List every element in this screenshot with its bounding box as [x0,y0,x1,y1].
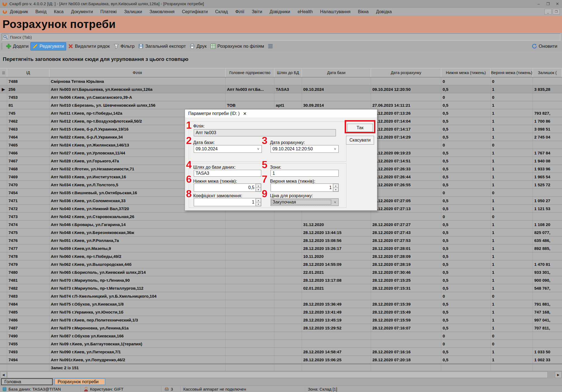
search-input[interactable] [9,35,560,40]
table-row[interactable]: 7486Апт №078 г.Киев, пер.Политехнический… [0,316,562,324]
table-row[interactable]: 7453Апт №006 г.Киев, ул.Саксаганского,39… [0,93,562,101]
table-row[interactable]: 7473Апт №042 г.Киев, ул.Старовокзальная,… [0,213,562,221]
menu-item-12[interactable]: eHealth [297,9,313,14]
table-row[interactable]: 7477Апт №059 г.Киев,ул.Мазепы,928.12.202… [0,244,562,252]
filter-button[interactable]: Фільтр [112,43,136,50]
table-row[interactable]: 7484Апт №075 г.Обухов, ул.Киевская,1/828… [0,300,562,308]
cell-rest: 933 301, [533,268,562,276]
price-type-combo[interactable]: Закупочная˅ [271,198,339,206]
cell-id: 7488 [7,77,49,85]
column-header-7[interactable]: Верхня межа (тижень) [491,68,533,77]
mdi-restore-icon[interactable]: ❐ [553,9,560,15]
delete-row-button[interactable]: Видалити рядок [66,43,112,50]
cell-high: 1 [491,300,533,308]
column-header-4[interactable]: Дата бази [302,68,371,77]
table-row[interactable]: 7485Апт №076 г.Украинка, ул.Юности,1б28.… [0,308,562,316]
menu-item-11[interactable]: Довідники [269,9,290,14]
menu-item-9[interactable]: Філії [235,9,244,14]
chevron-down-icon[interactable]: ˅ [332,147,338,151]
chevron-down-icon[interactable]: ˅ [332,200,338,204]
column-header-3[interactable]: Шлях до БД [274,68,302,77]
menu-item-5[interactable]: Залишки [124,9,142,14]
menu-item-0[interactable]: Довідник [10,9,28,14]
menu-item-13[interactable]: Налаштування [320,9,351,14]
scroll-right-icon[interactable]: ▶ [555,371,562,378]
table-row[interactable]: 7476Апт №051 г.Киев, ул.Р.Роллана,7а28.1… [0,236,562,244]
maximize-icon[interactable]: ❐ [543,0,553,7]
spinner-up-icon[interactable]: ▲ [333,184,338,188]
menu-item-3[interactable]: Документи [71,9,93,14]
search-box[interactable] [2,33,560,41]
scrollbar-thumb[interactable] [7,371,548,378]
cell-low: 0,5 [441,356,491,363]
tab-home[interactable]: Головна [1,378,53,385]
close-icon[interactable]: ✕ [553,0,562,7]
column-header-2[interactable]: Головне підприємство [226,68,274,77]
dialog-close-icon[interactable]: ✕ [243,111,246,116]
column-header-1[interactable]: Філія [49,68,226,77]
menu-item-15[interactable]: Довідка [376,9,392,14]
table-row[interactable]: 7494Апт №091г.Киев, ул.Попудренко,46/228… [0,356,562,364]
date-base-combo[interactable]: 09.10.2024˅ [194,145,262,153]
table-row[interactable]: 7490Апт №087 г.Обухов ул.Киевская,16600 [0,332,562,340]
column-header-0[interactable]: ІД [7,68,49,77]
add-button[interactable]: Додати [4,43,30,50]
table-row[interactable]: 7481Апт №070 г.Мариуполь, пр-т.Ленина,90… [0,276,562,284]
spinner-down-icon[interactable]: ▼ [333,188,338,191]
mdi-minimize-icon[interactable]: _ [544,9,552,15]
table-row[interactable]: 7479Апт №062 г.Киев, ул.Вышгородская,44б… [0,260,562,268]
menu-item-8[interactable]: Склад [215,9,228,14]
db-path-field[interactable]: TASA3 [194,170,261,177]
table-row[interactable]: 7455Апт №09 г.Киев, ул.Баггаутовская,1(т… [0,340,562,348]
high-limit-stepper[interactable]: 1 ▲▼ [271,184,339,192]
column-header-6[interactable]: Нижня межа (тижень) [441,68,491,77]
spinner-down-icon[interactable]: ▼ [256,202,261,206]
table-row[interactable]: 7475Апт №048 г.Киев, ул.Березняковская,3… [0,229,562,236]
menu-item-14[interactable]: Вікна [358,9,369,14]
refresh-button[interactable]: Оновити [530,43,559,50]
menu-item-4[interactable]: Платежі [100,9,117,14]
scroll-left-icon[interactable]: ◀ [0,371,7,378]
menu-item-2[interactable]: Каса [54,9,64,14]
tab-calculation[interactable]: Розрахунок потреби [54,378,105,385]
date-calc-combo[interactable]: 09.10.2024 12:20:50˅ [271,145,339,153]
table-row[interactable]: 7474Апт №046 г.Бровары, ул.Гагарина,1431… [0,221,562,229]
minimize-icon[interactable]: – [534,0,543,7]
table-row[interactable]: 7493Апт №090 г.Киев, ул.Питерская,7/128.… [0,348,562,356]
chevron-down-icon[interactable]: ˅ [255,147,262,151]
column-header-5[interactable]: Дата розрахунку [371,68,441,77]
spinner-down-icon[interactable]: ▼ [256,188,261,191]
menu-item-7[interactable]: Сертифікати [182,9,208,14]
menu-item-1[interactable]: Вихід [35,9,47,14]
grid-corner-icon[interactable] [0,68,7,77]
table-row[interactable]: 7480Апт №065 г.Борисполь, ул.Киевский шл… [0,268,562,276]
order-coef-stepper[interactable]: 1 ▲▼ [194,198,261,206]
table-row[interactable]: 7487Апт №079 г.Мироновка, ул.Ленина,61а2… [0,324,562,332]
menu-item-6[interactable]: Замовлення [150,9,175,14]
table-row[interactable]: 7488Смірнова Тетяна Юрьївна00 [0,77,562,85]
low-limit-stepper[interactable]: 0,5 ▲▼ [194,184,261,192]
table-row[interactable]: ▶256Апт №003 пгт.Барышевка, ул.Киевский … [0,85,562,93]
zones-field[interactable]: 1 [271,170,339,177]
table-row[interactable]: 81Апт №010 г.Березань, ул. Шевченковский… [0,101,562,109]
horizontal-scrollbar[interactable]: ◀ ▶ [0,371,562,378]
cell-rest: 2 745 04 [533,133,562,141]
menu-item-10[interactable]: Звіти [252,9,262,14]
toolbar-grip[interactable] [1,43,2,50]
group-by-panel[interactable]: Перетягніть заголовок колонки сюди для у… [0,51,562,68]
column-header-8[interactable]: Залишок ( [533,68,562,77]
calc-by-branches-button[interactable]: Розрахунок по філіям [209,43,266,50]
cell-db [274,284,302,292]
annotation-digit-8: 8 [186,188,192,200]
spinner-up-icon[interactable]: ▲ [256,184,261,188]
edit-button[interactable]: Редагувати [30,42,66,50]
table-row[interactable]: 7483Апт №074 г.П-Хмельницкий, ул.Б.Хмель… [0,292,562,300]
columns-button[interactable] [266,43,275,50]
spinner-up-icon[interactable]: ▲ [256,198,261,202]
table-row[interactable]: 7478Апт №060 г.Киев, пр-т.Победы,49/210.… [0,252,562,260]
table-row[interactable]: 7482Апт №073 г.Мариуполь, пр-т.Металлург… [0,284,562,292]
cancel-button[interactable]: Скасувати [346,136,374,145]
print-button[interactable]: Друк [188,43,209,50]
dialog-title-bar[interactable]: Параметри потреби (ID: ) ✕ [185,109,377,118]
export-button[interactable]: Загальний експорт [136,43,188,50]
